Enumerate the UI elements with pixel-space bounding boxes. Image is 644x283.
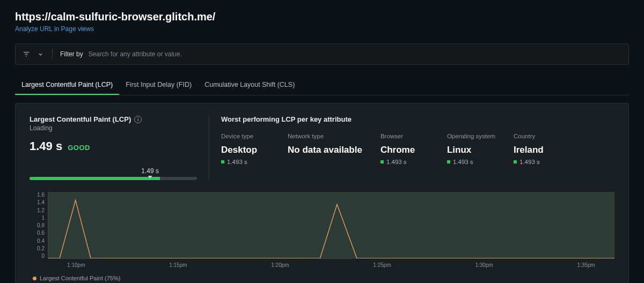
attr-value: Desktop — [221, 145, 269, 155]
status-dot-icon — [380, 160, 384, 163]
chart-x-axis: 1:10pm1:15pm1:20pm1:25pm1:30pm1:35pm — [48, 262, 614, 269]
filter-bar: Filter by — [15, 43, 629, 65]
metric-badge: GOOD — [68, 144, 90, 152]
attr-col-2: BrowserChrome1.493 s — [380, 133, 429, 165]
ytick: 1.4 — [30, 199, 45, 205]
ytick: 0.4 — [30, 238, 45, 244]
ytick: 0.2 — [30, 245, 45, 251]
divider — [52, 49, 53, 59]
metric-summary: Largest Contentful Paint (LCP) i Loading… — [30, 115, 209, 180]
metric-subtitle: Loading — [30, 124, 197, 132]
legend-label: Largest Contentful Paint (75%) — [40, 275, 120, 281]
tab-1[interactable]: First Input Delay (FID) — [119, 76, 198, 95]
tab-0[interactable]: Largest Contentful Paint (LCP) — [15, 76, 119, 95]
attr-col-0: Device typeDesktop1.493 s — [221, 133, 269, 165]
ytick: 1.2 — [30, 207, 45, 213]
attr-col-1: Network typeNo data available — [288, 133, 362, 165]
threshold-marker-label: 1.49 s — [141, 167, 159, 175]
filter-input[interactable] — [89, 50, 622, 58]
chart-y-axis: 1.61.41.210.80.60.40.20 — [30, 192, 48, 259]
xtick: 1:15pm — [169, 262, 187, 268]
xtick: 1:35pm — [577, 262, 595, 268]
tabs: Largest Contentful Paint (LCP)First Inpu… — [15, 76, 629, 95]
attr-subvalue: 1.493 s — [447, 159, 495, 165]
tab-2[interactable]: Cumulative Layout Shift (CLS) — [198, 76, 301, 95]
metric-title: Largest Contentful Paint (LCP) — [30, 115, 131, 123]
threshold-caret-icon — [148, 176, 152, 178]
chart-plot-area — [48, 192, 614, 259]
status-dot-icon — [221, 160, 224, 163]
attr-value: No data available — [288, 145, 362, 155]
xtick: 1:10pm — [67, 262, 85, 268]
attr-label: Country — [514, 133, 562, 139]
xtick: 1:30pm — [475, 262, 493, 268]
status-dot-icon — [514, 160, 517, 163]
attribute-grid: Device typeDesktop1.493 sNetwork typeNo … — [221, 133, 614, 165]
ytick: 1 — [30, 215, 45, 221]
attr-value: Ireland — [514, 145, 562, 155]
attr-label: Browser — [380, 133, 429, 139]
status-dot-icon — [447, 160, 450, 163]
threshold-bar — [30, 177, 197, 180]
attr-col-3: Operating systemLinux1.493 s — [447, 133, 495, 165]
filter-icon[interactable] — [22, 50, 31, 58]
xtick: 1:25pm — [373, 262, 391, 268]
attr-col-4: CountryIreland1.493 s — [514, 133, 562, 165]
ytick: 0.6 — [30, 230, 45, 236]
attr-value: Chrome — [380, 145, 429, 155]
page-title: https://calm-sulfuric-browser.glitch.me/ — [15, 11, 629, 23]
metric-panel: Largest Contentful Paint (LCP) i Loading… — [15, 103, 629, 283]
attr-subvalue: 1.493 s — [514, 159, 562, 165]
attr-label: Device type — [221, 133, 269, 139]
attr-label: Operating system — [447, 133, 495, 139]
chart-legend: Largest Contentful Paint (75%) — [33, 275, 614, 281]
analyze-link[interactable]: Analyze URL in Page views — [15, 25, 94, 33]
attr-subvalue: 1.493 s — [221, 159, 269, 165]
xtick: 1:20pm — [271, 262, 289, 268]
worst-heading: Worst performing LCP per key attribute — [221, 115, 614, 123]
legend-swatch-icon — [33, 277, 36, 280]
ytick: 1.6 — [30, 192, 45, 198]
filter-label: Filter by — [60, 50, 83, 58]
metric-value: 1.49 s — [30, 139, 62, 153]
info-icon[interactable]: i — [134, 116, 142, 123]
attr-label: Network type — [288, 133, 362, 139]
attr-value: Linux — [447, 145, 495, 155]
lcp-timeseries-chart: 1.61.41.210.80.60.40.20 1:10pm1:15pm1:20… — [30, 192, 614, 281]
chevron-down-icon[interactable] — [36, 50, 45, 58]
ytick: 0.8 — [30, 222, 45, 228]
attr-subvalue: 1.493 s — [380, 159, 429, 165]
ytick: 0 — [30, 253, 45, 259]
